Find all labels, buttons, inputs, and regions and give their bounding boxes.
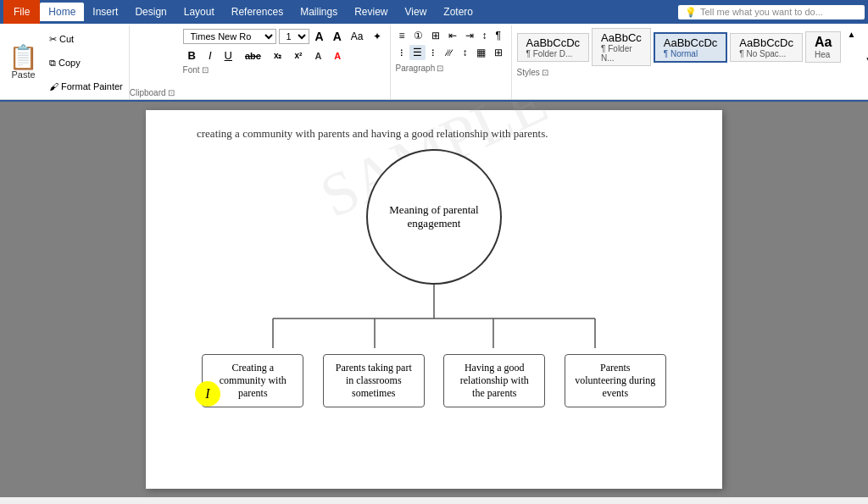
clear-format-button[interactable]: ✦ [370, 29, 385, 44]
styles-section: AaBbCcDc ¶ Folder D... AaBbCc ¶ Folder N… [512, 25, 869, 99]
menu-review[interactable]: Review [346, 3, 396, 21]
para-row2: ⫶ ☰ ⫶ ⫻ ↕ ▦ ⊞ [396, 45, 506, 60]
borders-button[interactable]: ⊞ [491, 45, 506, 60]
cut-label: Cut [59, 34, 74, 44]
center-circle: Meaning of parental engagement [366, 149, 502, 285]
connector-svg [197, 285, 671, 361]
show-marks-button[interactable]: ¶ [492, 28, 504, 43]
format-painter-icon: 🖌 [49, 81, 58, 91]
cut-button[interactable]: ✂ Cut [47, 33, 125, 46]
document-area: SAMPLE creating a community with parents… [0, 102, 868, 497]
clipboard-label-container: Clipboard ⊡ [130, 25, 178, 99]
styles-section-label: Styles ⊡ [517, 66, 869, 77]
style-folder-d[interactable]: AaBbCcDc ¶ Folder D... [517, 33, 590, 62]
format-painter-label: Format Painter [61, 81, 123, 91]
para-row1: ≡ ① ⊞ ⇤ ⇥ ↕ ¶ [396, 28, 506, 43]
format-painter-button[interactable]: 🖌 Format Painter [47, 80, 125, 92]
menu-layout[interactable]: Layout [175, 3, 223, 21]
styles-row: AaBbCcDc ¶ Folder D... AaBbCc ¶ Folder N… [517, 28, 869, 66]
shading-button[interactable]: ▦ [473, 45, 489, 60]
font-case-button[interactable]: Aa [348, 29, 367, 44]
bold-button[interactable]: B [183, 47, 201, 64]
styles-scroll-down[interactable]: ▼ [861, 53, 868, 66]
center-circle-text: Meaning of parental engagement [368, 203, 500, 230]
menu-file[interactable]: File [3, 0, 40, 24]
subscript-button[interactable]: x₂ [269, 49, 287, 62]
bullets-button[interactable]: ≡ [396, 28, 409, 43]
menu-mailings[interactable]: Mailings [292, 3, 346, 21]
search-placeholder: Tell me what you want to do... [700, 7, 823, 17]
cut-icon: ✂ [49, 34, 57, 45]
strikethrough-button[interactable]: abc [240, 49, 266, 63]
increase-indent-button[interactable]: ⇥ [462, 28, 477, 43]
paste-icon: 📋 [8, 46, 38, 69]
font-section-label: Font ⊡ [183, 64, 385, 75]
font-row1: Times New Ro 12 A A Aa ✦ [183, 28, 385, 45]
style-heading[interactable]: Aa Hea [805, 31, 841, 63]
clipboard-section-label: Clipboard ⊡ [130, 86, 175, 97]
align-right-button[interactable]: ⫶ [427, 45, 439, 60]
line-spacing-button[interactable]: ↕ [459, 45, 471, 60]
search-box[interactable]: 💡 Tell me what you want to do... [678, 5, 865, 19]
lightbulb-icon: 💡 [685, 7, 697, 18]
diagram-boxes: Creating a community with parents Parent… [197, 354, 671, 407]
menu-design[interactable]: Design [126, 3, 175, 21]
paste-button[interactable]: 📋 Paste [3, 27, 43, 97]
style-no-spacing[interactable]: AaBbCcDc ¶ No Spac... [730, 33, 803, 62]
text-color-button[interactable]: A [329, 49, 346, 63]
menu-bar: File Home Insert Design Layout Reference… [0, 0, 868, 24]
mind-map-diagram: Meaning of parental engagement Creating … [197, 149, 671, 407]
style-normal[interactable]: AaBbCcDc ¶ Normal [654, 32, 728, 63]
text-highlight-button[interactable]: A [309, 49, 326, 63]
menu-insert[interactable]: Insert [84, 3, 126, 21]
diagram-box-1: Parents taking part in classrooms someti… [323, 354, 425, 407]
copy-icon: ⧉ [49, 58, 56, 69]
font-section: Times New Ro 12 A A Aa ✦ B I U abc x₂ x²… [178, 25, 391, 99]
paragraph-section-label: Paragraph ⊡ [396, 62, 506, 73]
italic-button[interactable]: I [203, 47, 217, 64]
clipboard-sub: ✂ Cut ⧉ Copy 🖌 Format Painter [43, 27, 125, 97]
clipboard-section: 📋 Paste ✂ Cut ⧉ Copy 🖌 Format Painter [0, 25, 130, 99]
align-center-button[interactable]: ☰ [409, 45, 426, 60]
styles-expand-icon[interactable]: ⊡ [542, 68, 548, 77]
font-family-select[interactable]: Times New Ro [183, 29, 276, 44]
sort-button[interactable]: ↕ [479, 28, 491, 43]
menu-zotero[interactable]: Zotero [435, 3, 481, 21]
font-grow-button[interactable]: A [312, 28, 327, 45]
justify-button[interactable]: ⫻ [441, 45, 458, 60]
document-page: SAMPLE creating a community with parents… [146, 110, 722, 489]
font-size-select[interactable]: 12 [279, 29, 309, 44]
ribbon: 📋 Paste ✂ Cut ⧉ Copy 🖌 Format Painter [0, 24, 868, 102]
menu-home[interactable]: Home [40, 3, 84, 21]
underline-button[interactable]: U [220, 47, 237, 64]
style-folder-n[interactable]: AaBbCc ¶ Folder N... [592, 28, 651, 66]
superscript-button[interactable]: x² [290, 49, 308, 62]
diagram-box-2: Having a good relationship with the pare… [443, 354, 545, 407]
paragraph-expand-icon[interactable]: ⊡ [437, 64, 443, 73]
clipboard-expand-icon[interactable]: ⊡ [168, 88, 175, 97]
copy-label: Copy [58, 58, 81, 68]
text-cursor-indicator: I [195, 381, 220, 407]
paste-label: Paste [11, 69, 35, 80]
diagram-box-3: Parents volunteering during events [565, 354, 666, 407]
styles-scroll-up[interactable]: ▲ [843, 28, 859, 41]
copy-button[interactable]: ⧉ Copy [47, 57, 125, 69]
decrease-indent-button[interactable]: ⇤ [445, 28, 460, 43]
align-left-button[interactable]: ⫶ [396, 45, 408, 60]
paragraph-section: ≡ ① ⊞ ⇤ ⇥ ↕ ¶ ⫶ ☰ ⫶ ⫻ ↕ ▦ ⊞ Paragraph ⊡ [391, 25, 512, 99]
document-body-text[interactable]: creating a community with parents and ha… [197, 127, 671, 141]
font-shrink-button[interactable]: A [330, 28, 345, 45]
font-row2: B I U abc x₂ x² A A [183, 47, 385, 64]
menu-references[interactable]: References [223, 3, 292, 21]
numbering-button[interactable]: ① [410, 28, 426, 43]
font-expand-icon[interactable]: ⊡ [202, 65, 209, 75]
menu-view[interactable]: View [397, 3, 436, 21]
multilevel-button[interactable]: ⊞ [428, 28, 443, 43]
